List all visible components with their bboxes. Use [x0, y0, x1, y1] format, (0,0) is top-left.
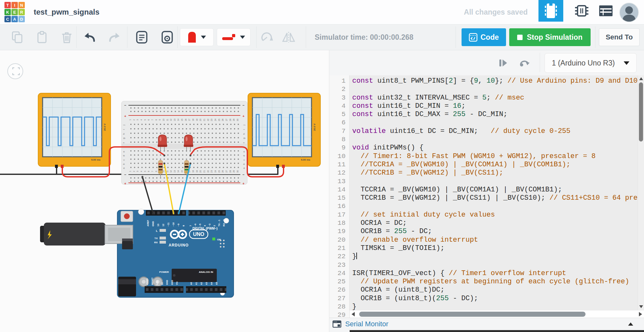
svg-text:30: 30	[236, 119, 239, 121]
zoom-to-fit-button[interactable]	[8, 64, 23, 79]
led-l-label: L	[156, 229, 158, 232]
circuit-canvas[interactable]: − − + + − − + + 123456789101112131415161…	[0, 50, 329, 332]
code-line[interactable]: const uint16_t DC_MIN = 16;	[352, 102, 644, 110]
code-line[interactable]: TCCR1B = _BV(WGM12) | _BV(CS11) | _BV(CS…	[352, 194, 644, 202]
chevron-up-icon[interactable]	[628, 322, 633, 326]
code-line[interactable]	[352, 119, 644, 127]
redo-button[interactable]	[106, 29, 121, 45]
code-line[interactable]: OCR1A = (uint8_t)DC;	[352, 286, 644, 294]
svg-text:e: e	[243, 151, 245, 152]
toolbar-divider	[127, 26, 127, 48]
svg-text:h: h	[122, 133, 125, 135]
debug-step-button[interactable]	[496, 56, 510, 70]
code-line[interactable]: // enable overflow interrupt	[352, 236, 644, 244]
scope-volts-per-div: 20.0 V	[313, 123, 316, 131]
send-to-button[interactable]: Send To	[599, 28, 640, 46]
stop-simulation-button[interactable]: Stop Simulation	[509, 28, 591, 46]
code-line[interactable]: TIMSK1 = _BV(TOIE1);	[352, 244, 644, 252]
power-jack-slot	[118, 279, 136, 284]
scope-gnd-pin[interactable]	[276, 165, 279, 168]
svg-text:19: 19	[196, 119, 198, 121]
code-line[interactable]: // Update PWM registers at beginning of …	[352, 278, 644, 286]
svg-text:c: c	[243, 159, 245, 161]
rail-minus-label: −	[243, 173, 244, 176]
component-list-view-button[interactable]	[595, 0, 617, 22]
document-title[interactable]: test_pwm_signals	[34, 8, 99, 17]
usb-cable-plug[interactable]	[40, 223, 106, 246]
avatar[interactable]	[619, 3, 639, 22]
horizontal-scroll-thumb[interactable]	[359, 312, 586, 317]
svg-text:21: 21	[203, 170, 205, 173]
scroll-up-arrow-icon[interactable]	[639, 77, 643, 80]
undo-button[interactable]	[83, 29, 98, 45]
svg-text:c: c	[122, 159, 125, 161]
vertical-scroll-thumb[interactable]	[639, 82, 643, 142]
code-line[interactable]: const uint16_t DC_MAX = 255 - DC_MIN;	[352, 110, 644, 119]
code-line[interactable]	[352, 177, 644, 186]
code-line[interactable]	[352, 261, 644, 269]
code-line[interactable]	[352, 135, 644, 144]
code-line[interactable]: OCR1A = DC;	[352, 219, 644, 227]
line-number: 14	[329, 186, 349, 194]
scroll-down-arrow-icon[interactable]	[639, 305, 643, 308]
code-line[interactable]: void initPWMs() {	[352, 144, 644, 152]
svg-text:2: 2	[133, 119, 135, 121]
code-button[interactable]: Code	[462, 28, 506, 46]
svg-text:12: 12	[170, 119, 172, 121]
copy-button[interactable]	[10, 29, 25, 45]
code-line[interactable]: const uint32_t INTERVAL_MSEC = 5; // mse…	[352, 94, 644, 102]
board-selector-dropdown[interactable]: 1 (Arduino Uno R3)	[545, 53, 637, 73]
horizontal-scrollbar[interactable]	[350, 310, 644, 318]
line-number: 5	[329, 110, 349, 119]
scroll-left-arrow-icon[interactable]	[352, 312, 355, 316]
schematic-view-button[interactable]	[571, 0, 593, 22]
code-line[interactable]: // Timer1: 8-bit Fast PWM (WGM10 + WGM12…	[352, 152, 644, 161]
code-line[interactable]: OCR1B = (uint8_t)(255 - DC);	[352, 294, 644, 303]
code-line[interactable]: //TCCR1B = _BV(WGM12) | _BV(CS11);	[352, 169, 644, 177]
svg-text:28: 28	[229, 170, 231, 173]
oscilloscope-1[interactable]: 20.0 V 5.00 ms	[38, 93, 111, 168]
code-line[interactable]: OCR1B = 255 - DC;	[352, 227, 644, 236]
restart-simulation-button[interactable]	[517, 56, 531, 70]
wire-color-dropdown[interactable]	[217, 28, 250, 46]
code-line[interactable]: // set initial duty cycle values	[352, 211, 644, 219]
scope-gnd-pin[interactable]	[55, 165, 58, 168]
svg-text:~11: ~11	[167, 223, 170, 226]
tinkercad-logo[interactable]: TINKERCAD	[4, 2, 25, 22]
serial-monitor-bar[interactable]: Serial Monitor	[329, 318, 644, 330]
paste-icon	[35, 31, 49, 44]
scope-time-per-div: 5.00 ms	[301, 158, 311, 161]
code-line[interactable]: volatile uint16_t DC = DC_MIN; // duty c…	[352, 127, 644, 135]
code-line[interactable]: const uint8_t PWM_PINS[2] = {9, 10}; // …	[352, 77, 644, 85]
code-line[interactable]	[352, 202, 644, 211]
notes-button[interactable]	[134, 29, 149, 45]
arduino-uno[interactable]: AREFGND1312~11~10~98 7~6~54~32TX→1RX←0 D…	[40, 209, 234, 297]
svg-text:24: 24	[214, 119, 216, 121]
code-line[interactable]: ISR(TIMER1_OVF_vect) { // Timer1 overflo…	[352, 269, 644, 278]
breadboard-view-button[interactable]	[538, 0, 563, 22]
paste-button[interactable]	[34, 29, 50, 45]
line-number: 7	[329, 127, 349, 135]
reset-button[interactable]	[121, 211, 133, 222]
vertical-scrollbar[interactable]	[638, 75, 644, 310]
svg-text:a: a	[243, 167, 245, 169]
oscilloscope-2[interactable]: 20.0 V 5.00 ms	[248, 93, 320, 168]
code-line[interactable]: }	[352, 252, 644, 261]
code-line[interactable]: TCCR1A = _BV(WGM10) | _BV(COM1A1) | _BV(…	[352, 186, 644, 194]
svg-text:8: 8	[182, 225, 185, 226]
code-editor[interactable]: 1234567891011121314151617181920212223242…	[329, 75, 644, 318]
led-color-dropdown[interactable]	[180, 28, 214, 46]
code-line[interactable]	[352, 85, 644, 93]
svg-text:d: d	[122, 155, 125, 156]
delete-button[interactable]	[59, 29, 74, 45]
rotate-button[interactable]	[259, 29, 275, 45]
code-line[interactable]: //TCCR1A = _BV(WGM10) | _BV(COM1A1) | _B…	[352, 161, 644, 169]
scroll-right-arrow-icon[interactable]	[639, 312, 642, 316]
simulator-time: Simulator time: 00:00:00.268	[315, 33, 414, 42]
breadboard-chip-icon	[545, 3, 557, 19]
mirror-button[interactable]	[281, 29, 296, 45]
annotation-visibility-button[interactable]	[160, 29, 175, 45]
code-text-area[interactable]: const uint8_t PWM_PINS[2] = {9, 10}; // …	[350, 75, 644, 318]
toolbar-divider	[595, 26, 595, 48]
svg-text:6: 6	[147, 171, 150, 172]
